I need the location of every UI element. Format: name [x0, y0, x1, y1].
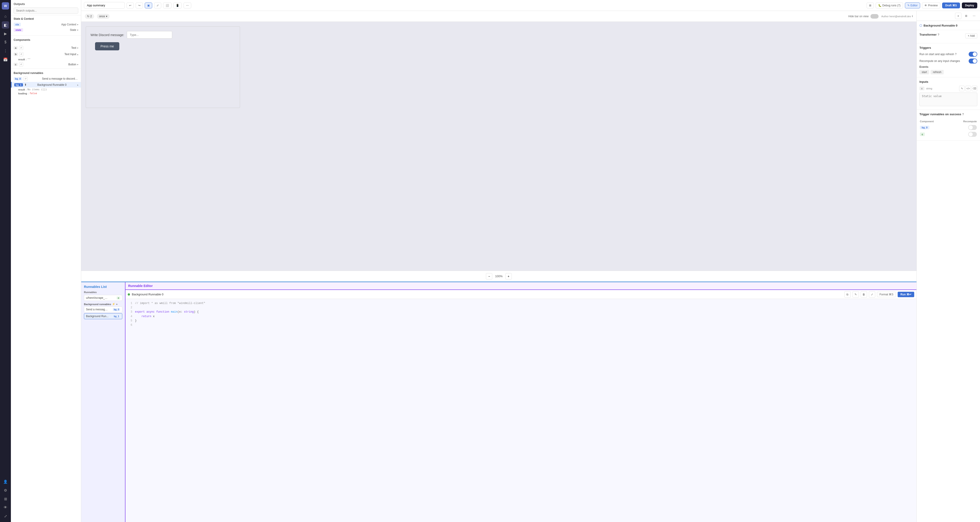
nav-user-icon[interactable]: 👤 — [2, 478, 9, 485]
editor-edit-icon[interactable]: ✎ — [853, 291, 859, 298]
hide-bar-label: Hide bar on view — [848, 14, 878, 19]
nav-group-icon[interactable]: ⊞ — [2, 495, 9, 503]
zoom-out-button[interactable]: − — [486, 273, 492, 280]
nav-expand-icon[interactable]: ⤢ — [2, 512, 9, 520]
more-options-button[interactable]: ⋯ — [183, 3, 191, 8]
runnable-item-bg1[interactable]: Background Run... bg_1 — [84, 313, 122, 319]
bg1-chevron-icon: ▴ — [77, 83, 78, 86]
format-button[interactable]: Format ⌘S — [877, 292, 896, 297]
runnables-list-panel: Runnables List Runnables u/henri/scrape_… — [81, 282, 126, 522]
code-editor[interactable]: 1 // import * as wmill from "windmill-cl… — [126, 299, 916, 522]
undo-button[interactable]: ↩ — [127, 3, 134, 8]
event-start-tag[interactable]: start — [920, 70, 929, 75]
add-transformer-button[interactable]: + Add — [965, 33, 977, 38]
comp-a-icon[interactable]: ↺ — [19, 46, 23, 50]
comp-c-icon[interactable]: ↺ — [19, 62, 23, 67]
trigger-runnables-title: Trigger runnables on success ? — [920, 113, 964, 116]
static-value-input[interactable] — [920, 92, 977, 106]
trigger-bg0-tag[interactable]: bg_0 — [920, 126, 929, 129]
recompute-toggle[interactable] — [969, 59, 977, 64]
trigger-c-toggle[interactable] — [968, 132, 977, 137]
input-edit-button[interactable]: ✎ — [959, 86, 964, 91]
nav-eye-icon[interactable]: 👁 — [2, 504, 9, 511]
comp-b-icon[interactable]: ↺ — [19, 52, 23, 56]
events-row: Events start refresh — [920, 65, 977, 75]
edit-icon: ✎ — [907, 4, 910, 7]
hide-bar-toggle[interactable] — [870, 14, 878, 19]
right-panel-flow-tab[interactable]: ⋯ — [971, 13, 977, 19]
right-panel-add-button[interactable]: + — [955, 13, 961, 19]
redo-button[interactable]: ↪ — [136, 3, 143, 8]
comp-c-left: c ↺ — [14, 62, 23, 67]
event-tags: start refresh — [920, 70, 977, 75]
trigger-c-tag[interactable]: c — [920, 132, 925, 136]
bg0-icon[interactable]: ↺ — [24, 77, 28, 81]
input-delete-button[interactable]: ⌫ — [972, 86, 977, 91]
runnable-item-bg0[interactable]: Send a message... bg_0 — [84, 307, 122, 312]
event-refresh-tag[interactable]: refresh — [931, 70, 943, 75]
bg1-loading: loading : false — [11, 91, 81, 95]
deploy-button[interactable]: Deploy — [962, 3, 977, 8]
comp-c-type: Button ▾ — [68, 63, 78, 66]
nav-flows-icon[interactable]: ⋮ — [2, 47, 9, 54]
bg-runnable-row-0[interactable]: bg_0 ↺ Send a message to discord using w… — [11, 76, 81, 82]
component-row-b[interactable]: b ↺ Text Input ▴ — [11, 51, 81, 57]
component-row-a[interactable]: a ↺ Text ▾ — [11, 45, 81, 51]
input-code-button[interactable]: </> — [966, 86, 971, 91]
editor-delete-icon[interactable]: 🗑 — [861, 291, 867, 298]
discord-input[interactable] — [127, 31, 172, 38]
once-badge[interactable]: once ▾ — [97, 14, 110, 19]
app-name-input[interactable] — [84, 2, 125, 9]
state-tag: state — [14, 28, 23, 32]
run-on-start-row: Run on start and app refresh ? — [920, 52, 977, 57]
nav-payments-icon[interactable]: $ — [2, 38, 9, 46]
nav-play-icon[interactable]: ▶ — [2, 30, 9, 37]
search-outputs-input[interactable] — [14, 8, 78, 14]
component-row-c[interactable]: c ↺ Button ▾ — [11, 61, 81, 68]
state-row[interactable]: state State ▾ — [14, 27, 78, 33]
mobile-view-button[interactable]: 📱 — [173, 3, 182, 8]
canvas-topbar: ↻ 2 once ▾ Hide bar on view Author henri… — [81, 11, 916, 22]
nav-gear-icon[interactable]: ⚙ — [2, 487, 9, 494]
trigger-bg0-toggle[interactable] — [968, 125, 977, 130]
editor-header: Background Runnable 0 ⧉ ✎ 🗑 ⤢ Format ⌘S … — [126, 290, 916, 299]
nav-home-icon[interactable]: ⌂ — [2, 13, 9, 20]
draft-button[interactable]: Draft ⌘S — [942, 3, 960, 8]
tablet-view-button[interactable]: ⬜ — [163, 3, 172, 8]
nav-calendar-icon[interactable]: 📅 — [2, 56, 9, 63]
run-button[interactable]: Run ⌘↵ — [898, 292, 914, 297]
transformer-help-icon[interactable]: ? — [937, 33, 939, 36]
zoom-in-button[interactable]: + — [506, 273, 512, 280]
input-action-buttons: ✎ </> ⌫ — [959, 86, 977, 91]
bg-section-add-icon[interactable]: + — [116, 303, 118, 306]
run-on-start-toggle[interactable] — [969, 52, 977, 57]
components-section: Components — [11, 37, 81, 45]
code-line-1: 1 // import * as wmill from "windmill-cl… — [129, 301, 913, 306]
trigger-table: Component Recompute bg_0 c — [920, 120, 977, 138]
ctx-row[interactable]: ctx App Context ▾ — [14, 22, 78, 27]
triggers-section: Triggers Run on start and app refresh ? … — [917, 43, 980, 77]
debug-runs-button[interactable]: 🐛 Debug runs (7) — [876, 3, 903, 8]
bg1-left: bg_1 ⬆ — [14, 83, 27, 86]
editor-button[interactable]: ✎ Editor — [905, 3, 920, 8]
preview-button[interactable]: 👁 Preview — [922, 3, 940, 8]
press-me-button[interactable]: Press me — [95, 42, 119, 50]
app-logo[interactable]: W — [2, 2, 9, 10]
bg-runnable-row-1[interactable]: bg_1 ⬆ Background Runnable 0 ▴ — [11, 82, 81, 88]
divider-2 — [11, 68, 81, 69]
trigger-table-header: Component Recompute — [920, 120, 977, 123]
fit-view-button[interactable]: ⤢ — [154, 3, 161, 8]
comp-a-chevron-icon: ▾ — [77, 47, 78, 49]
editor-copy-icon[interactable]: ⧉ — [844, 291, 851, 298]
right-panel-grid-tab[interactable]: ⊞ — [963, 13, 969, 19]
ctx-left: ctx — [14, 23, 21, 26]
runnable-item-c[interactable]: u/henri/scrape_githu... c — [84, 295, 122, 301]
nav-editor-icon[interactable]: ◧ — [2, 21, 9, 29]
run-on-start-help-icon[interactable]: ? — [955, 53, 957, 56]
desktop-view-button[interactable]: ▣ — [145, 3, 152, 8]
repeat-badge[interactable]: ↻ 2 — [85, 14, 94, 19]
trigger-help-icon[interactable]: ? — [962, 113, 964, 116]
split-view-button[interactable]: ⊞ — [867, 3, 874, 8]
editor-expand-icon[interactable]: ⤢ — [869, 291, 875, 298]
state-chevron-icon: ▾ — [77, 29, 78, 31]
